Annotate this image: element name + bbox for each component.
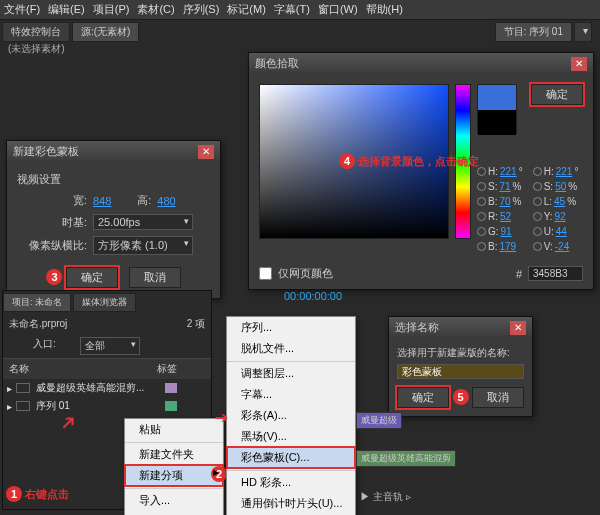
close-icon[interactable]: ✕	[571, 57, 587, 71]
context-menu-sub: 序列...脱机文件...调整图层...字幕...彩条(A)...黑场(V)...…	[226, 316, 356, 515]
ctx-paste[interactable]: 粘贴	[125, 419, 223, 440]
tab-source[interactable]: 源:(无素材)	[72, 22, 139, 42]
ok-button[interactable]: 确定	[531, 84, 583, 105]
tab-media[interactable]: 媒体浏览器	[73, 293, 136, 312]
section-label: 视频设置	[17, 172, 210, 187]
tab-program[interactable]: 节目: 序列 01	[495, 22, 572, 42]
menu-item[interactable]: 窗口(W)	[318, 2, 358, 17]
item-count: 2 项	[187, 317, 205, 331]
cancel-button[interactable]: 取消	[129, 267, 181, 288]
width-value[interactable]: 848	[93, 195, 111, 207]
color-value-row[interactable]: H:221°	[477, 166, 523, 177]
tab-effects[interactable]: 特效控制台	[2, 22, 70, 42]
color-value-row[interactable]: G:91	[477, 226, 523, 237]
close-icon[interactable]: ✕	[510, 321, 526, 335]
new-matte-dialog: 新建彩色蒙板 ✕ 视频设置 宽: 848 高: 480 时基: 25.00fps…	[6, 140, 221, 299]
row-par: 像素纵横比: 方形像素 (1.0)	[17, 236, 210, 255]
color-picker-dialog: 颜色拾取 ✕ 确定 H:221°S:71%B:70%R:52G:91B:179 …	[248, 52, 594, 290]
ctx-find[interactable]: 查找...	[125, 511, 223, 515]
ok-button[interactable]: 确定	[397, 387, 449, 408]
filter-dropdown[interactable]: 全部	[80, 337, 140, 355]
color-value-row[interactable]: Y:92	[533, 211, 579, 222]
menu-item[interactable]: 素材(C)	[137, 2, 174, 17]
choose-name-dialog: 选择名称 ✕ 选择用于新建蒙版的名称: 确定 5 取消	[388, 316, 533, 417]
dialog-title-text: 新建彩色蒙板	[13, 144, 79, 159]
timeline-clip[interactable]: 威曼超级	[356, 412, 402, 429]
menu-item[interactable]: 项目(P)	[93, 2, 130, 17]
timecode: 00:00:00:00	[284, 290, 342, 302]
prompt-text: 选择用于新建蒙版的名称:	[397, 346, 524, 360]
ctx-sub-item[interactable]: 彩条(A)...	[227, 405, 355, 426]
timebase-dropdown[interactable]: 25.00fps	[93, 214, 193, 230]
color-value-row[interactable]: U:44	[533, 226, 579, 237]
row-timebase: 时基: 25.00fps	[17, 214, 210, 230]
tab-project[interactable]: 项目: 未命名	[3, 293, 71, 312]
annotation-badge-3: 3	[46, 269, 62, 285]
timeline-clip-audio[interactable]: 威曼超级英雄高能混剪	[356, 450, 456, 467]
web-only-label: 仅网页颜色	[278, 266, 333, 281]
ctx-sub-item[interactable]: 字幕...	[227, 384, 355, 405]
ctx-new-item[interactable]: 新建分项 2	[125, 465, 223, 486]
ctx-sub-item[interactable]: HD 彩条...	[227, 470, 355, 493]
app-menubar: 文件(F)编辑(E)项目(P)素材(C)序列(S)标记(M)字幕(T)窗口(W)…	[0, 0, 600, 20]
project-item[interactable]: ▸序列 01	[3, 397, 211, 415]
color-value-row[interactable]: H:221°	[533, 166, 579, 177]
web-only-checkbox[interactable]	[259, 267, 272, 280]
menu-item[interactable]: 标记(M)	[227, 2, 266, 17]
name-input[interactable]	[397, 364, 524, 379]
close-icon[interactable]: ✕	[198, 145, 214, 159]
menu-item[interactable]: 文件(F)	[4, 2, 40, 17]
menu-item[interactable]: 序列(S)	[183, 2, 220, 17]
context-menu-primary: 粘贴 新建文件夹 新建分项 2 导入... 查找...	[124, 418, 224, 515]
color-value-row[interactable]: L:45%	[533, 196, 579, 207]
col-name[interactable]: 名称	[9, 362, 29, 376]
color-value-row[interactable]: S:71%	[477, 181, 523, 192]
row-dimensions: 宽: 848 高: 480	[17, 193, 210, 208]
dialog-title-text: 选择名称	[395, 320, 439, 335]
height-value[interactable]: 480	[157, 195, 175, 207]
color-swatch	[477, 84, 517, 134]
color-value-row[interactable]: S:50%	[533, 181, 579, 192]
hex-input[interactable]	[528, 266, 583, 281]
color-value-row[interactable]: B:70%	[477, 196, 523, 207]
ctx-sub-item[interactable]: 脱机文件...	[227, 338, 355, 359]
ctx-new-folder[interactable]: 新建文件夹	[125, 442, 223, 465]
ok-button[interactable]: 确定	[66, 267, 118, 288]
dialog-titlebar: 新建彩色蒙板 ✕	[7, 141, 220, 162]
cancel-button[interactable]: 取消	[472, 387, 524, 408]
menu-item[interactable]: 编辑(E)	[48, 2, 85, 17]
ctx-sub-item[interactable]: 序列...	[227, 317, 355, 338]
dialog-title-text: 颜色拾取	[255, 56, 299, 71]
ctx-sub-item[interactable]: 通用倒计时片头(U)...	[227, 493, 355, 514]
tab-menu-icon[interactable]: ▾	[574, 22, 592, 42]
master-track-label: ▶ 主音轨 ▹	[360, 490, 411, 504]
ctx-import[interactable]: 导入...	[125, 488, 223, 511]
ctx-sub-item[interactable]: 调整图层...	[227, 361, 355, 384]
project-item[interactable]: ▸威曼超级英雄高能混剪...	[3, 379, 211, 397]
project-filename: 未命名.prproj	[9, 317, 67, 331]
ctx-sub-item[interactable]: 彩色蒙板(C)...	[227, 447, 355, 468]
color-value-row[interactable]: V:-24	[533, 241, 579, 252]
col-tag[interactable]: 标签	[157, 362, 177, 376]
ctx-sub-item[interactable]: 黑场(V)...	[227, 426, 355, 447]
no-selection-text: (未选择素材)	[8, 42, 65, 56]
source-tabs: 特效控制台 源:(无素材)	[2, 20, 141, 44]
menu-item[interactable]: 帮助(H)	[366, 2, 403, 17]
par-dropdown[interactable]: 方形像素 (1.0)	[93, 236, 193, 255]
annotation-1: 1 右键点击	[6, 486, 69, 502]
color-value-row[interactable]: B:179	[477, 241, 523, 252]
menu-item[interactable]: 字幕(T)	[274, 2, 310, 17]
arrow-icon: ➔	[215, 408, 228, 427]
color-value-row[interactable]: R:52	[477, 211, 523, 222]
annotation-4: 4 选择背景颜色，点击确定	[339, 153, 479, 169]
program-tabs: 节目: 序列 01 ▾	[495, 20, 594, 44]
